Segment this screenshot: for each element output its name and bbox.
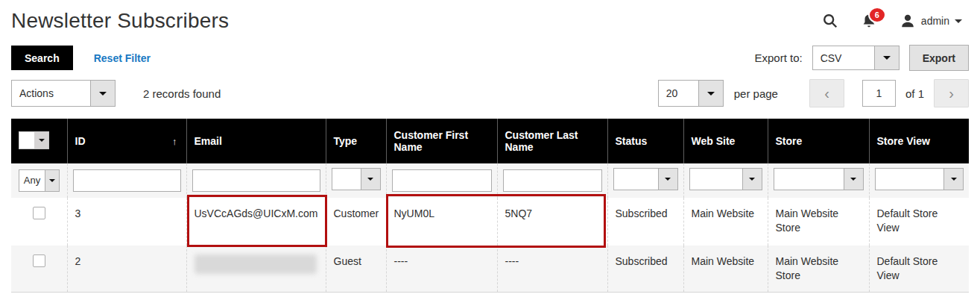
mass-select-dropdown[interactable] [19, 131, 49, 149]
column-header-web-site[interactable]: Web Site [683, 119, 768, 163]
select-arrow-icon [90, 81, 115, 106]
cell-first-name: NyUM0L [386, 198, 497, 246]
row-checkbox[interactable] [33, 254, 45, 267]
cell-id: 3 [67, 198, 186, 246]
cell-first-name: ---- [386, 246, 497, 292]
mass-select-arrow-icon[interactable] [34, 132, 48, 149]
notifications-button[interactable]: 6 [861, 13, 877, 29]
select-arrow-icon [361, 169, 380, 190]
filter-first-name-cell [386, 163, 497, 198]
chevron-left-icon: ‹ [824, 85, 829, 102]
mass-select-filter[interactable]: Any [19, 169, 60, 192]
page-title: Newsletter Subscribers [11, 9, 229, 33]
filter-store-view-cell [869, 163, 969, 198]
cell-store-view: Default Store View [869, 246, 969, 292]
export-controls: Export to: CSV Export [754, 45, 969, 71]
cell-email [186, 246, 326, 292]
filter-any-cell: Any [11, 163, 67, 198]
id-filter-input[interactable] [73, 169, 181, 192]
subscribers-grid-container: ID↑ Email Type Customer First Name Custo… [11, 119, 969, 293]
select-arrow-icon [742, 169, 762, 190]
filter-last-name-cell [497, 163, 607, 198]
row-select-cell [11, 198, 67, 246]
cell-last-name: ---- [497, 246, 607, 292]
column-header-store[interactable]: Store [768, 119, 869, 163]
records-found-text: 2 records found [143, 87, 221, 100]
column-header-store-view[interactable]: Store View [869, 119, 969, 163]
global-search-button[interactable] [822, 13, 838, 29]
column-header-last-name[interactable]: Customer Last Name [497, 119, 607, 163]
select-all-checkbox[interactable] [19, 132, 34, 149]
search-button[interactable]: Search [11, 46, 73, 70]
select-arrow-icon [943, 169, 963, 190]
select-all-header [11, 119, 67, 163]
cell-store: Main Website Store [768, 198, 869, 246]
filter-id-cell [67, 163, 186, 198]
select-arrow-icon [874, 46, 899, 69]
cell-web-site: Main Website [683, 198, 768, 246]
email-filter-input[interactable] [192, 169, 320, 192]
cell-type: Customer [326, 198, 386, 246]
cell-email: UsVCcAGds@UICxM.com [186, 198, 326, 246]
admin-account-menu[interactable]: admin [900, 13, 962, 29]
export-to-label: Export to: [754, 51, 802, 64]
topbar-actions: 6 admin [822, 13, 962, 29]
cell-status: Subscribed [607, 198, 683, 246]
user-icon [900, 13, 916, 29]
export-button[interactable]: Export [909, 45, 969, 71]
web-site-filter-value [690, 169, 742, 190]
select-arrow-icon [45, 170, 59, 191]
per-page-label: per page [734, 87, 778, 100]
select-arrow-icon [844, 169, 863, 190]
type-filter-select[interactable] [332, 168, 381, 190]
next-page-button[interactable]: › [934, 79, 969, 107]
column-header-email[interactable]: Email [186, 119, 326, 163]
row-checkbox[interactable] [33, 207, 45, 219]
search-icon [822, 13, 838, 29]
page-size-select[interactable]: 20 [658, 80, 724, 107]
cell-store: Main Website Store [768, 246, 869, 292]
current-page-input[interactable] [862, 80, 896, 107]
export-format-select[interactable]: CSV [812, 46, 900, 70]
cell-last-name: 5NQ7 [497, 198, 607, 246]
column-header-id[interactable]: ID↑ [67, 119, 186, 163]
cell-status: Subscribed [607, 246, 683, 292]
column-header-type[interactable]: Type [326, 119, 386, 163]
column-header-first-name[interactable]: Customer First Name [386, 119, 497, 163]
filter-email-cell [186, 163, 326, 198]
row-select-cell [11, 246, 67, 292]
store-filter-value [774, 169, 844, 190]
column-header-status[interactable]: Status [607, 119, 683, 163]
total-pages-label: of 1 [905, 87, 924, 100]
export-format-value: CSV [813, 46, 874, 69]
last-name-filter-input[interactable] [503, 169, 602, 192]
newsletter-subscribers-page: Newsletter Subscribers 6 admin [0, 0, 980, 303]
column-label: ID [75, 135, 86, 147]
caret-down-icon [955, 19, 962, 27]
filter-type-cell [326, 163, 386, 198]
any-value: Any [19, 170, 45, 191]
grid-header-row: ID↑ Email Type Customer First Name Custo… [11, 119, 969, 163]
filter-store-cell [768, 163, 869, 198]
actions-value: Actions [12, 81, 90, 106]
table-row: 3 UsVCcAGds@UICxM.com Customer NyUM0L 5N… [11, 198, 969, 246]
type-filter-value [332, 169, 361, 190]
reset-filter-link[interactable]: Reset Filter [94, 52, 151, 64]
chevron-right-icon: › [949, 85, 954, 102]
status-filter-select[interactable] [613, 168, 678, 190]
web-site-filter-select[interactable] [689, 168, 762, 190]
status-filter-value [614, 169, 658, 190]
pagination: 20 per page ‹ of 1 › [658, 79, 969, 107]
subscribers-grid: ID↑ Email Type Customer First Name Custo… [11, 119, 969, 293]
admin-username: admin [921, 15, 949, 27]
grid-filter-row: Any [11, 163, 969, 198]
cell-web-site: Main Website [683, 246, 768, 292]
actions-select[interactable]: Actions [11, 80, 116, 107]
previous-page-button[interactable]: ‹ [809, 79, 844, 107]
redacted-email-blur [195, 254, 317, 274]
store-filter-select[interactable] [774, 168, 864, 190]
select-arrow-icon [658, 169, 677, 190]
first-name-filter-input[interactable] [392, 169, 492, 192]
filter-web-site-cell [683, 163, 768, 198]
store-view-filter-select[interactable] [875, 168, 964, 190]
